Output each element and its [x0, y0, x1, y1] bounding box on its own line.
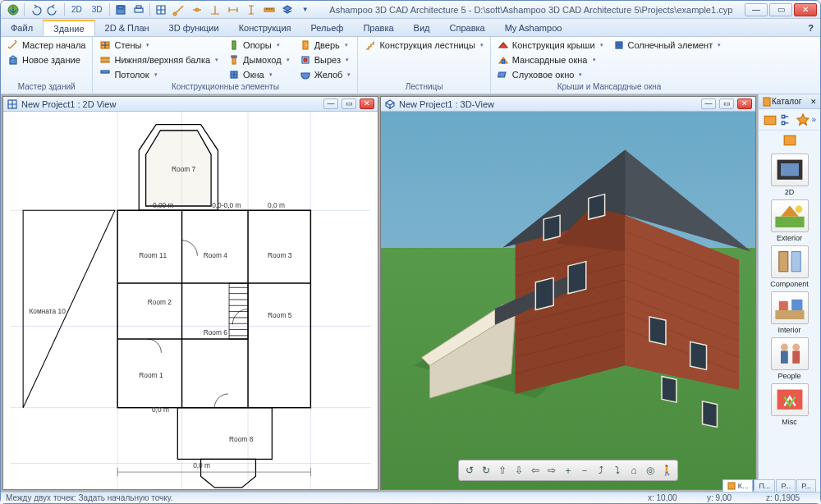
- nav-up-button[interactable]: ⇧: [495, 463, 510, 478]
- nav-down-button[interactable]: ⇩: [511, 463, 526, 478]
- windows-button[interactable]: Окна▾: [225, 68, 293, 81]
- print-button[interactable]: [131, 2, 146, 17]
- nav-left-button[interactable]: ⇦: [528, 463, 543, 478]
- tab-file[interactable]: Файл: [1, 19, 43, 36]
- tab-construction[interactable]: Конструкция: [229, 19, 301, 36]
- walls-button[interactable]: Стены▾: [96, 39, 222, 52]
- cutout-button[interactable]: Вырез▾: [296, 53, 355, 66]
- dim-horizontal-button[interactable]: [226, 2, 241, 17]
- gutter-button[interactable]: Желоб▾: [296, 68, 355, 81]
- save-button[interactable]: [113, 2, 128, 17]
- tab-my-ashampoo[interactable]: My Ashampoo: [495, 19, 572, 36]
- view-2d-button[interactable]: 2D: [68, 2, 85, 17]
- catalog-item-2d[interactable]: 2D: [771, 153, 809, 196]
- catalog-item-exterior[interactable]: Exterior: [771, 199, 809, 242]
- close-button[interactable]: ✕: [794, 3, 817, 16]
- ribbon-group-label: Конструкционные элементы: [96, 82, 354, 94]
- nav-home-button[interactable]: ⌂: [626, 463, 641, 478]
- tab-building[interactable]: Здание: [43, 20, 95, 36]
- help-button[interactable]: ?: [801, 19, 820, 36]
- chimney-button[interactable]: Дымоход▾: [225, 53, 293, 66]
- doc-minimize-button[interactable]: —: [701, 99, 716, 109]
- catalog-item-component[interactable]: Component: [770, 245, 809, 288]
- redo-button[interactable]: [46, 2, 61, 17]
- panel-tab-r[interactable]: Р...: [776, 479, 796, 493]
- dim-vertical-button[interactable]: [244, 2, 259, 17]
- nav-tilt-up-button[interactable]: ⤴: [594, 463, 608, 478]
- nav-walk-button[interactable]: 🚶: [659, 463, 674, 478]
- tab-3d-functions[interactable]: 3D функции: [159, 19, 229, 36]
- chevron-down-icon: ▾: [154, 71, 158, 78]
- doc-maximize-button[interactable]: ▭: [342, 99, 356, 109]
- doc-close-button[interactable]: ✕: [737, 99, 752, 109]
- snap-endpoint-button[interactable]: [172, 2, 186, 17]
- snap-midpoint-button[interactable]: [190, 2, 204, 17]
- arrow-left-icon: ⇦: [531, 465, 539, 476]
- svg-rect-21: [502, 60, 504, 63]
- tab-edit[interactable]: Правка: [353, 19, 403, 36]
- measure-button[interactable]: [262, 2, 277, 17]
- undo-button[interactable]: [28, 2, 43, 17]
- wizard-start-button[interactable]: Мастер начала: [4, 39, 89, 52]
- catalog-open-icon[interactable]: [763, 112, 777, 127]
- doc-minimize-button[interactable]: —: [323, 99, 338, 109]
- catalog-item-misc[interactable]: Misc: [771, 383, 809, 426]
- layers-button[interactable]: [280, 2, 295, 17]
- nav-tilt-down-button[interactable]: ⤵: [610, 463, 625, 478]
- svg-text:0,0-0,0 m: 0,0-0,0 m: [212, 201, 241, 209]
- doc-maximize-button[interactable]: ▭: [719, 99, 734, 109]
- catalog-more-icon[interactable]: »: [812, 115, 817, 124]
- customize-qat-button[interactable]: ▼: [298, 2, 313, 17]
- catalog-item-people[interactable]: People: [771, 337, 809, 380]
- nav-zoom-out-button[interactable]: －: [577, 463, 592, 478]
- solar-panel-button[interactable]: Солнечный элемент▾: [610, 39, 725, 52]
- view-3d-button[interactable]: 3D: [89, 2, 106, 17]
- beam-button[interactable]: Нижняя/верхняя балка▾: [96, 53, 222, 66]
- app-menu-button[interactable]: [6, 2, 21, 17]
- door-button[interactable]: Дверь▾: [296, 39, 355, 52]
- stair-construction-button[interactable]: Конструкция лестницы▾: [361, 39, 486, 52]
- catalog-list[interactable]: 2D Exterior Component Interior People Mi…: [759, 150, 820, 492]
- svg-rect-11: [101, 61, 109, 62]
- tab-help[interactable]: Справка: [440, 19, 495, 36]
- category-icon[interactable]: [782, 133, 797, 148]
- ceiling-button[interactable]: Потолок▾: [96, 68, 222, 81]
- catalog-title: Каталог: [772, 97, 801, 106]
- gutter-icon: [300, 69, 311, 80]
- wand-icon: [7, 39, 19, 51]
- doc-titlebar[interactable]: New Project1 : 3D-View — ▭ ✕: [381, 97, 755, 112]
- dormer-button[interactable]: Мансардные окна▾: [494, 53, 607, 66]
- dormer-icon: [498, 54, 509, 66]
- column-icon: [228, 39, 240, 51]
- viewport-2d[interactable]: Room 7 Room 11 Room 3 Room 5 Room 2 Room…: [3, 112, 378, 489]
- minimize-button[interactable]: —: [745, 3, 768, 16]
- doc-close-button[interactable]: ✕: [360, 99, 374, 109]
- doc-titlebar[interactable]: New Project1 : 2D View — ▭ ✕: [3, 97, 378, 112]
- catalog-fav-icon[interactable]: [796, 112, 810, 127]
- ribbon-group-label: Мастер зданий: [4, 82, 89, 94]
- nav-rotate-left-button[interactable]: ↺: [462, 463, 477, 478]
- panel-tab-p2[interactable]: Р...: [796, 479, 816, 493]
- snap-perpendicular-button[interactable]: [208, 2, 222, 17]
- roof-construction-button[interactable]: Конструкция крыши▾: [494, 39, 607, 52]
- toggle-grid-button[interactable]: [154, 2, 168, 17]
- nav-right-button[interactable]: ⇨: [544, 463, 559, 478]
- nav-orbit-button[interactable]: ◎: [643, 463, 658, 478]
- panel-tab-k[interactable]: К...: [722, 479, 753, 493]
- catalog-item-interior[interactable]: Interior: [771, 291, 809, 334]
- maximize-button[interactable]: ▭: [769, 3, 792, 16]
- nav-rotate-right-button[interactable]: ↻: [479, 463, 493, 478]
- tab-2d-plan[interactable]: 2D & План: [95, 19, 159, 36]
- supports-button[interactable]: Опоры▾: [225, 39, 293, 52]
- viewport-3d[interactable]: ↺ ↻ ⇧ ⇩ ⇦ ⇨ ＋ － ⤴ ⤵ ⌂ ◎ 🚶: [381, 112, 755, 489]
- skylight-button[interactable]: Слуховое окно▾: [494, 68, 607, 81]
- tab-view[interactable]: Вид: [404, 19, 440, 36]
- svg-rect-89: [589, 195, 605, 220]
- catalog-tree-icon[interactable]: [779, 112, 794, 127]
- new-building-button[interactable]: Новое здание: [4, 53, 89, 66]
- catalog-header[interactable]: Каталог ✕: [759, 94, 820, 109]
- tab-relief[interactable]: Рельеф: [301, 19, 354, 36]
- panel-tab-p1[interactable]: П...: [754, 479, 775, 493]
- panel-close-icon[interactable]: ✕: [810, 98, 817, 106]
- nav-zoom-in-button[interactable]: ＋: [561, 463, 576, 478]
